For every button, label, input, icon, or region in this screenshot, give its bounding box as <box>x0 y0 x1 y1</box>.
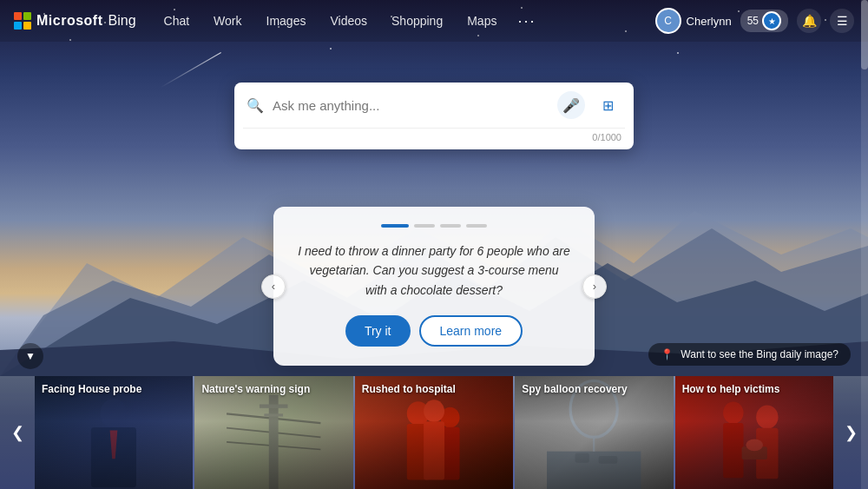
prev-icon: ❮ <box>11 423 24 442</box>
nav-images[interactable]: Images <box>256 9 317 33</box>
nav-links: Chat Work Images Videos Shopping Maps ··… <box>154 9 655 34</box>
carousel-buttons: Try it Learn more <box>298 315 570 347</box>
collapse-icon: ▼ <box>25 350 36 362</box>
carousel-dot-4[interactable] <box>466 224 487 228</box>
search-input[interactable] <box>273 98 549 113</box>
news-card-5[interactable]: How to help victims <box>675 376 833 489</box>
camera-button[interactable]: ⊞ <box>594 91 621 119</box>
nav-shopping[interactable]: Shopping <box>381 9 453 33</box>
news-card-4-title: Spy balloon recovery <box>522 383 666 397</box>
news-card-3-title: Rushed to hospital <box>362 383 506 397</box>
collapse-button[interactable]: ▼ <box>17 343 43 369</box>
reward-icon: ★ <box>762 11 781 30</box>
logo-area[interactable]: Microsoft Bing <box>14 12 136 30</box>
news-card-3[interactable]: Rushed to hospital <box>355 376 513 489</box>
logo-blue <box>14 22 22 30</box>
carousel-dots <box>298 224 570 228</box>
search-input-row: 🔍 🎤 ⊞ <box>234 83 634 128</box>
username: Cherlynn <box>687 15 732 28</box>
news-strip: ❮ Facing House probe <box>0 376 868 489</box>
bing-text: Bing <box>108 13 136 29</box>
nav-more-dots[interactable]: ··· <box>510 9 542 34</box>
right-arrow-icon: › <box>593 280 596 293</box>
microsoft-text: Microsoft <box>36 13 103 29</box>
carousel-dot-2[interactable] <box>414 224 435 228</box>
points-value: 55 <box>747 15 759 27</box>
daily-image-text: Want to see the Bing daily image? <box>681 348 838 360</box>
char-count-value: 0/1000 <box>592 132 621 142</box>
star <box>677 52 679 54</box>
news-card-2[interactable]: Nature's warning sign <box>194 376 352 489</box>
carousel-card: ‹ I need to throw a dinner party for 6 p… <box>273 207 595 366</box>
nav-maps[interactable]: Maps <box>457 9 507 33</box>
menu-button[interactable]: ☰ <box>830 9 854 33</box>
news-card-4[interactable]: Spy balloon recovery <box>515 376 673 489</box>
carousel-dot-1[interactable] <box>381 224 409 228</box>
char-count: 0/1000 <box>234 129 634 149</box>
navbar: Microsoft Bing Chat Work Images Videos S… <box>0 0 868 42</box>
search-icon: 🔍 <box>247 97 264 114</box>
microphone-button[interactable]: 🎤 <box>557 91 585 119</box>
nav-chat[interactable]: Chat <box>154 9 201 33</box>
nav-right: C Cherlynn 55 ★ 🔔 ☰ <box>655 8 854 34</box>
carousel-right-arrow[interactable]: › <box>582 274 607 299</box>
search-box: 🔍 🎤 ⊞ 0/1000 <box>234 83 634 149</box>
notifications-button[interactable]: 🔔 <box>797 9 821 33</box>
microsoft-logo <box>14 12 31 30</box>
logo-green <box>23 12 31 20</box>
logo-yellow <box>23 22 31 30</box>
news-card-1-title: Facing House probe <box>42 383 186 397</box>
search-area: 🔍 🎤 ⊞ 0/1000 <box>234 83 634 149</box>
next-icon: ❯ <box>845 423 858 442</box>
user-area[interactable]: C Cherlynn <box>655 8 732 34</box>
location-icon: 📍 <box>661 348 674 360</box>
carousel-dot-3[interactable] <box>440 224 461 228</box>
avatar: C <box>655 8 681 34</box>
star <box>330 48 332 50</box>
news-prev-button[interactable]: ❮ <box>0 376 35 489</box>
logo-red <box>14 12 22 20</box>
scrollbar[interactable] <box>861 0 868 489</box>
news-card-1[interactable]: Facing House probe <box>35 376 193 489</box>
learn-more-button[interactable]: Learn more <box>419 315 523 347</box>
carousel-left-arrow[interactable]: ‹ <box>261 274 286 299</box>
nav-work[interactable]: Work <box>203 9 252 33</box>
news-card-2-title: Nature's warning sign <box>201 383 345 397</box>
try-it-button[interactable]: Try it <box>345 315 411 347</box>
scrollbar-thumb[interactable] <box>861 0 868 69</box>
points-badge[interactable]: 55 ★ <box>740 10 788 32</box>
left-arrow-icon: ‹ <box>272 280 275 293</box>
daily-image-badge[interactable]: 📍 Want to see the Bing daily image? <box>648 343 851 366</box>
news-card-5-title: How to help victims <box>682 383 826 397</box>
carousel-text: I need to throw a dinner party for 6 peo… <box>298 241 570 300</box>
news-cards: Facing House probe Nature's warning sign <box>35 376 833 489</box>
nav-videos[interactable]: Videos <box>319 9 378 33</box>
